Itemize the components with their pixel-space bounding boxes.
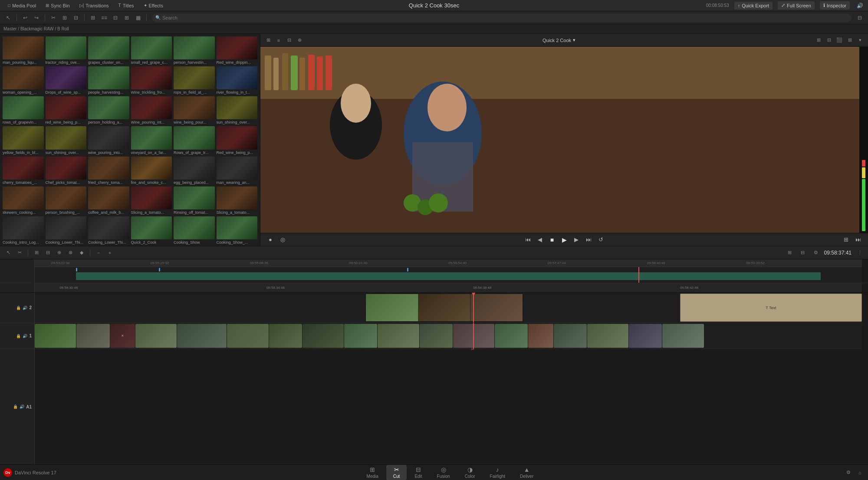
track-a1-lock[interactable]: 🔒 — [13, 405, 18, 409]
media-item[interactable]: Rows_of_grape_tr... — [174, 126, 215, 154]
undo-button[interactable]: ↩ — [20, 13, 30, 23]
media-item[interactable]: wine_being_pour... — [174, 96, 215, 124]
step-fwd-button[interactable]: ▶ — [572, 235, 581, 245]
media-item[interactable]: tractor_riding_ove... — [46, 36, 87, 65]
v1-clip-1[interactable] — [35, 324, 76, 348]
track-v2-lock[interactable]: 🔒 — [16, 306, 21, 310]
tl-zoom-in[interactable]: + — [105, 248, 115, 258]
media-item[interactable]: Cooking_Lower_Thi... — [88, 216, 129, 245]
v1-clip-6[interactable] — [227, 324, 268, 348]
v1-clip-2[interactable] — [76, 324, 109, 348]
nav-tab-media[interactable]: ⊞ Media — [360, 465, 385, 480]
media-pool-view-5[interactable]: ▦ — [133, 13, 143, 23]
v1-clip-7[interactable] — [269, 324, 302, 348]
volume-button[interactable]: 🔊 — [855, 1, 865, 10]
tab-sync-bin[interactable]: ⊞ Sync Bin — [41, 2, 74, 10]
media-item[interactable]: Wine_trickling_fro... — [131, 66, 172, 95]
v1-clip-13[interactable] — [495, 324, 528, 348]
nav-tab-color[interactable]: ◑ Color — [458, 465, 482, 480]
media-pool-view-2[interactable]: ≡≡ — [99, 13, 109, 23]
tl-link-button[interactable]: ⊕ — [54, 248, 64, 258]
preview-tool-2[interactable]: ≡ — [274, 36, 283, 45]
media-item[interactable]: skewers_cooking... — [3, 186, 44, 215]
v1-clip-18[interactable] — [662, 324, 704, 348]
media-pool-view-4[interactable]: ⊞ — [122, 13, 132, 23]
media-item[interactable]: Rinsing_off_tomat... — [174, 186, 215, 215]
go-to-end-button[interactable]: ⏭ — [584, 235, 593, 245]
tl-snap-button[interactable]: ⊞ — [32, 248, 41, 258]
nav-tab-edit[interactable]: ⊟ Edit — [408, 465, 429, 480]
play-button[interactable]: ▶ — [559, 235, 569, 245]
preview-tool-3[interactable]: ⊟ — [285, 36, 293, 45]
v1-clip-3[interactable]: ✕ — [110, 324, 135, 348]
paste-button[interactable]: ⊟ — [71, 13, 81, 23]
arrow-tool-button[interactable]: ↖ — [3, 13, 13, 23]
tl-settings[interactable]: ⚙ — [811, 248, 821, 258]
media-item[interactable]: Drops_of_wine_sp... — [46, 66, 87, 95]
inspector-button[interactable]: ℹ Inspector — [820, 1, 850, 10]
media-item[interactable]: wine_pouring_into... — [88, 126, 129, 154]
media-item[interactable]: river_flowing_in_t... — [217, 66, 258, 95]
media-item[interactable]: Slicing_a_tomato... — [131, 186, 172, 215]
nav-tab-deliver[interactable]: ▲ Deliver — [513, 465, 540, 480]
v1-clip-16[interactable] — [587, 324, 628, 348]
media-item[interactable]: woman_opening_... — [3, 66, 44, 95]
cut-button[interactable]: ✂ — [49, 13, 58, 23]
media-item[interactable]: egg_being_placed... — [174, 157, 215, 185]
media-item[interactable]: Wine_pouring_int... — [131, 96, 172, 124]
copy-button[interactable]: ⊞ — [60, 13, 69, 23]
v1-clip-9[interactable] — [344, 324, 377, 348]
media-item[interactable]: cherry_tomatoes_... — [3, 157, 44, 185]
media-item[interactable]: Cooking_Show_... — [217, 216, 258, 245]
media-item[interactable]: Cooking_Lower_Thi... — [46, 216, 87, 245]
preview-tool-5[interactable]: ⊞ — [814, 36, 823, 45]
media-item[interactable]: person_brushing_... — [46, 186, 87, 215]
v1-clip-14[interactable] — [528, 324, 553, 348]
v1-clip-17[interactable] — [629, 324, 662, 348]
step-back-button[interactable]: ◀ — [535, 235, 545, 245]
media-item[interactable]: person_holding_a... — [88, 96, 129, 124]
v1-clip-5[interactable] — [177, 324, 227, 348]
media-item[interactable]: Cooking_Intro_Log... — [3, 216, 44, 245]
search-input[interactable] — [162, 15, 848, 20]
go-to-start-button[interactable]: ⏮ — [523, 235, 533, 245]
nav-tab-fusion[interactable]: ◎ Fusion — [430, 465, 457, 480]
v1-clip-10[interactable] — [378, 324, 419, 348]
nav-tab-cut[interactable]: ✂ Cut — [386, 465, 407, 480]
media-item[interactable]: man_wearing_an... — [217, 157, 258, 185]
tab-media-pool[interactable]: □ Media Pool — [3, 2, 40, 10]
media-item[interactable]: fire_and_smoke_c... — [131, 157, 172, 185]
preview-title-chevron[interactable]: ▾ — [573, 37, 575, 43]
v2-clip-1[interactable] — [365, 294, 523, 322]
media-item[interactable]: rops_in_field_at_... — [174, 66, 215, 95]
media-item[interactable]: small_red_grape_c... — [131, 36, 172, 65]
extra-ctrl-1[interactable]: ⊞ — [841, 235, 851, 245]
tl-view-1[interactable]: ⊞ — [785, 248, 795, 258]
media-item[interactable]: Quick_2_Cook — [131, 216, 172, 245]
tl-flag-button[interactable]: ⊗ — [66, 248, 75, 258]
media-item[interactable]: man_pouring_liqu... — [3, 36, 44, 65]
stop-button[interactable]: ■ — [547, 235, 557, 245]
tl-zoom-out[interactable]: − — [94, 248, 103, 258]
media-item[interactable]: red_wine_being_p... — [46, 96, 87, 124]
tab-transitions[interactable]: ▷| Transitions — [75, 2, 113, 10]
media-item[interactable]: fried_cherry_toma... — [88, 157, 129, 185]
media-item[interactable]: vineyard_on_a_far... — [131, 126, 172, 154]
redo-button[interactable]: ↪ — [32, 13, 41, 23]
media-item[interactable]: grapes_cluster_on... — [88, 36, 129, 65]
bottom-home[interactable]: ⌂ — [855, 468, 865, 477]
v2-clip-title[interactable]: T Text — [680, 294, 862, 322]
media-item[interactable]: yellow_fields_in_bl... — [3, 126, 44, 154]
media-item[interactable]: sun_shining_over... — [217, 96, 258, 124]
media-item[interactable]: Chef_picks_tomat... — [46, 157, 87, 185]
tl-trim-tool[interactable]: ✂ — [15, 248, 24, 258]
media-item[interactable]: coffee_and_milk_b... — [88, 186, 129, 215]
v1-clip-8[interactable] — [302, 324, 344, 348]
media-item[interactable]: Red_wine_being_p... — [217, 126, 258, 154]
tl-overflow-menu[interactable]: ⋮ — [855, 248, 865, 258]
preview-tool-1[interactable]: ⊞ — [264, 36, 273, 45]
tl-view-2[interactable]: ⊟ — [798, 248, 808, 258]
search-filter-button[interactable]: ⊟ — [855, 13, 865, 23]
track-v1-lock[interactable]: 🔒 — [16, 334, 21, 338]
media-pool-view-1[interactable]: ⊞ — [88, 13, 98, 23]
